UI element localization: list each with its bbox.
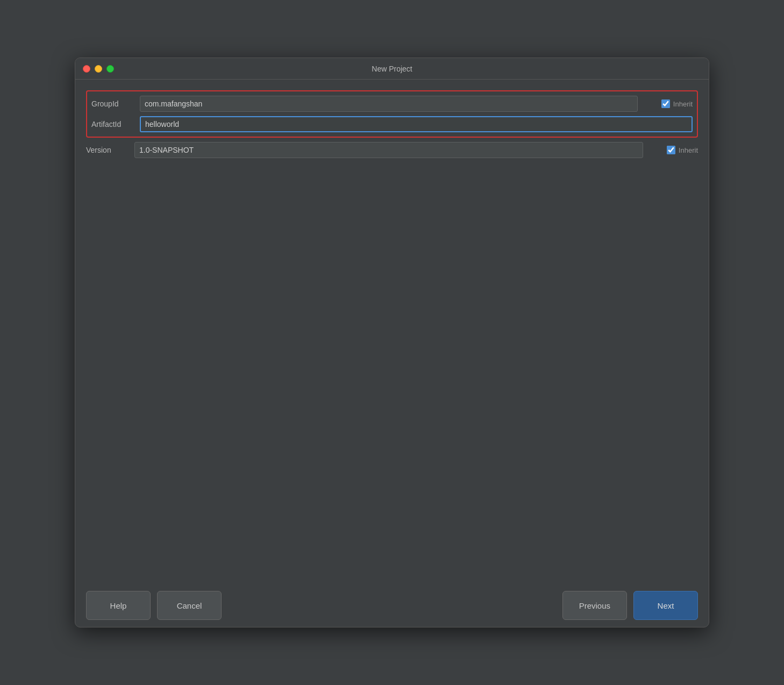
groupid-inherit-checkbox[interactable] <box>661 99 670 108</box>
artifactid-input[interactable] <box>140 116 693 132</box>
footer: Help Cancel Previous Next <box>75 584 709 627</box>
groupid-input[interactable] <box>140 96 638 112</box>
window-title: New Project <box>372 65 412 73</box>
version-inherit: Inherit <box>650 146 698 154</box>
footer-right-buttons: Previous Next <box>562 591 698 620</box>
traffic-lights <box>83 65 114 73</box>
content-area: GroupId Inherit ArtifactId Version Inher… <box>75 80 709 584</box>
artifactid-row: ArtifactId <box>91 114 693 134</box>
previous-button[interactable]: Previous <box>562 591 627 620</box>
version-input[interactable] <box>134 142 643 158</box>
spacer <box>86 161 698 584</box>
close-button[interactable] <box>83 65 90 73</box>
help-button[interactable]: Help <box>86 591 151 620</box>
title-bar: New Project <box>75 58 709 80</box>
version-inherit-checkbox[interactable] <box>667 146 675 154</box>
version-row: Version Inherit <box>86 139 698 161</box>
grouped-fields: GroupId Inherit ArtifactId <box>86 90 698 138</box>
version-inherit-label: Inherit <box>679 146 698 154</box>
groupid-inherit: Inherit <box>644 99 693 108</box>
groupid-label: GroupId <box>91 99 140 108</box>
minimize-button[interactable] <box>95 65 102 73</box>
artifactid-label: ArtifactId <box>91 120 140 129</box>
main-window: New Project GroupId Inherit ArtifactId <box>75 58 709 627</box>
version-label: Version <box>86 146 134 154</box>
next-button[interactable]: Next <box>633 591 698 620</box>
groupid-row: GroupId Inherit <box>91 94 693 114</box>
groupid-inherit-label: Inherit <box>673 100 693 108</box>
footer-left-buttons: Help Cancel <box>86 591 222 620</box>
maximize-button[interactable] <box>106 65 114 73</box>
cancel-button[interactable]: Cancel <box>157 591 222 620</box>
